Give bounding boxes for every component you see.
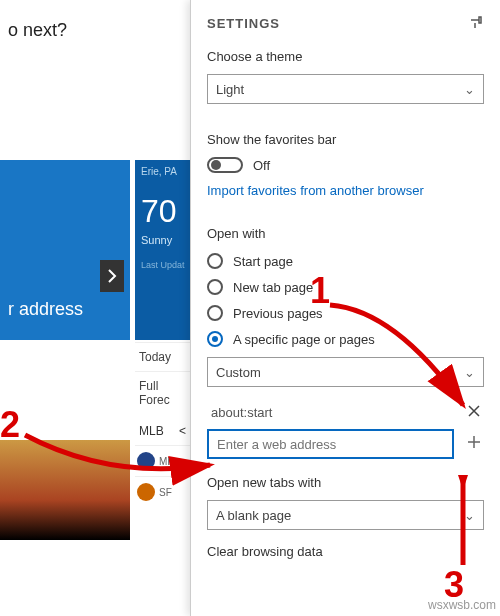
toggle-state: Off <box>253 158 270 173</box>
favorites-bar-toggle[interactable]: Off <box>207 157 484 173</box>
chevron-down-icon: ⌄ <box>464 82 475 97</box>
add-page-input[interactable] <box>207 429 454 459</box>
chevron-down-icon: ⌄ <box>464 365 475 380</box>
remove-page-button[interactable] <box>464 403 484 421</box>
annotation-number-2: 2 <box>0 404 20 446</box>
add-page-button[interactable] <box>464 435 484 453</box>
sports-header[interactable]: MLB < <box>135 420 190 442</box>
team-row-mil[interactable]: MIL <box>135 445 195 476</box>
weather-temperature: 70 <box>141 193 189 230</box>
today-link[interactable]: Today <box>135 342 195 371</box>
weather-condition: Sunny <box>141 234 189 246</box>
startup-page-url: about:start <box>207 405 454 420</box>
settings-panel: SETTINGS Choose a theme Light ⌄ Show the… <box>190 0 500 616</box>
toggle-knob <box>211 160 221 170</box>
settings-header: SETTINGS <box>191 0 500 43</box>
weather-card[interactable]: Erie, PA 70 Sunny Last Updat <box>135 160 195 340</box>
pin-icon[interactable] <box>468 14 484 33</box>
theme-select[interactable]: Light ⌄ <box>207 74 484 104</box>
watermark: wsxwsb.com <box>428 598 496 612</box>
team-logo-icon <box>137 483 155 501</box>
favorites-bar-label: Show the favorites bar <box>207 132 484 147</box>
theme-label: Choose a theme <box>207 49 484 64</box>
page-headline-fragment: o next? <box>0 0 190 41</box>
annotation-number-1: 1 <box>310 270 330 312</box>
radio-specific-page[interactable]: A specific page or pages <box>207 331 484 347</box>
startup-page-row: about:start <box>207 403 484 421</box>
specific-page-select[interactable]: Custom ⌄ <box>207 357 484 387</box>
open-with-label: Open with <box>207 226 484 241</box>
weather-links: Today Full Forec <box>135 342 195 414</box>
weather-location: Erie, PA <box>141 166 189 177</box>
chevron-down-icon: ⌄ <box>464 508 475 523</box>
startup-pages-list: about:start <box>207 403 484 459</box>
promo-text-fragment: r address <box>8 299 83 320</box>
team-logo-icon <box>137 452 155 470</box>
toggle-track[interactable] <box>207 157 243 173</box>
open-with-radio-group: Start page New tab page Previous pages A… <box>207 253 484 347</box>
team-row-sf[interactable]: SF <box>135 476 195 507</box>
photo-thumbnail[interactable] <box>0 440 130 540</box>
add-page-row <box>207 429 484 459</box>
radio-new-tab-page[interactable]: New tab page <box>207 279 484 295</box>
promo-card: r address <box>0 160 130 340</box>
sports-card: MIL SF <box>135 445 195 507</box>
new-tabs-label: Open new tabs with <box>207 475 484 490</box>
weather-last-updated: Last Updat <box>141 260 189 270</box>
chevron-right-icon[interactable] <box>100 260 124 292</box>
theme-value: Light <box>216 82 244 97</box>
radio-previous-pages[interactable]: Previous pages <box>207 305 484 321</box>
clear-browsing-data-label[interactable]: Clear browsing data <box>207 544 484 559</box>
specific-page-value: Custom <box>216 365 261 380</box>
import-favorites-link[interactable]: Import favorites from another browser <box>207 183 484 198</box>
forecast-link[interactable]: Full Forec <box>135 371 195 414</box>
settings-title: SETTINGS <box>207 16 280 31</box>
new-tabs-select[interactable]: A blank page ⌄ <box>207 500 484 530</box>
radio-start-page[interactable]: Start page <box>207 253 484 269</box>
new-tabs-value: A blank page <box>216 508 291 523</box>
